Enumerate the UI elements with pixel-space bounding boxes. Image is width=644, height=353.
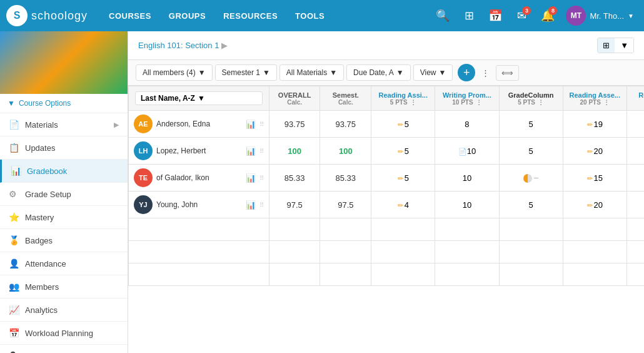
sidebar-item-workload-planning[interactable]: 📅 Workload Planning [0, 322, 128, 345]
grade-cell[interactable]: ✏20 [626, 138, 644, 165]
nav-items: COURSES GROUPS RESOURCES TOOLS [100, 0, 333, 31]
sidebar-item-conferences[interactable]: 🎥 Conferences [0, 345, 128, 353]
more-options-button[interactable]: ⋮ [478, 66, 493, 80]
apps-button[interactable]: ⊞ [457, 4, 481, 28]
reading-q-link[interactable]: Reading Q... [631, 91, 644, 99]
more-options-icon[interactable]: ⋮ [476, 99, 482, 106]
logo-icon: S [6, 5, 28, 26]
semester-filter[interactable]: Semester 1 ▼ [215, 64, 277, 81]
members-filter-label: All members (4) [143, 68, 196, 77]
pencil-icon: ✏ [398, 202, 403, 209]
table-row: AE Anderson, Edna 📊 ⠿ 93.7593.75✏585✏19✏… [129, 111, 645, 138]
chart-mini-icon: 📊 [246, 120, 256, 129]
sidebar-item-label: Attendance [25, 259, 66, 269]
grid-view-button[interactable]: ⊞ [598, 38, 615, 53]
alerts-button[interactable]: 🔔 8 [536, 4, 560, 28]
grade-cell[interactable]: 10 [435, 192, 499, 218]
sidebar-item-gradebook[interactable]: 📊 Gradebook [0, 160, 128, 183]
sidebar-item-label: Analytics [25, 305, 58, 315]
view-filter[interactable]: View ▼ [413, 64, 453, 81]
messages-button[interactable]: ✉ 3 [510, 4, 533, 28]
search-button[interactable]: 🔍 [431, 4, 455, 28]
writing-prom-pts: 10 PTS ⋮ [439, 99, 495, 106]
grade-cell[interactable]: ✏19 [626, 111, 644, 138]
reading-assign-link[interactable]: Reading Assi... [375, 91, 431, 99]
reading-asse-link[interactable]: Reading Asse... [567, 91, 623, 99]
table-row: YJ Young, John 📊 ⠿ 97.597.5✏4105✏20✏20 [129, 192, 645, 218]
sidebar-item-mastery[interactable]: ⭐ Mastery [0, 206, 128, 229]
sort-button[interactable]: Last Name, A-Z ▼ [135, 91, 263, 105]
chevron-down-icon: ▼ [263, 68, 270, 77]
chevron-down-icon: ▼ [330, 68, 337, 77]
nav-groups[interactable]: GROUPS [160, 0, 214, 31]
mastery-icon: ⭐ [9, 212, 20, 222]
pencil-icon: ✏ [587, 148, 593, 155]
grade-cell[interactable]: 📄10 [435, 138, 499, 165]
grade-cell[interactable]: – [499, 165, 563, 192]
grade-cell[interactable]: ✏5 [371, 111, 435, 138]
nav-resources[interactable]: RESOURCES [214, 0, 286, 31]
semester-grade: 93.75 [320, 111, 371, 138]
sidebar-item-analytics[interactable]: 📈 Analytics [0, 299, 128, 322]
grade-cell[interactable]: 5 [499, 192, 563, 218]
grade-cell[interactable]: ✏20 [563, 192, 626, 218]
more-options-icon[interactable]: ⋮ [538, 99, 544, 106]
more-options-icon[interactable]: ⋮ [603, 99, 610, 106]
sidebar-item-materials[interactable]: 📄 Materials ▶ [0, 113, 128, 136]
chevron-down-icon: ▼ [8, 99, 15, 108]
materials-filter[interactable]: All Materials ▼ [279, 64, 344, 81]
gradebook-icon: 📊 [11, 166, 22, 176]
sidebar-item-members[interactable]: 👥 Members [0, 275, 128, 299]
sidebar-item-label: Gradebook [27, 166, 67, 176]
sidebar-item-label: Mastery [25, 213, 54, 222]
add-column-button[interactable]: + [458, 64, 475, 81]
sidebar-item-attendance[interactable]: 👤 Attendance [0, 252, 128, 275]
more-options-icon[interactable]: ⋮ [410, 99, 416, 106]
empty-row [129, 241, 645, 263]
user-name: Mr. Tho... [590, 11, 624, 21]
grade-cell[interactable]: ✏19 [563, 111, 626, 138]
grade-column-label: GradeColumn [503, 91, 559, 99]
chart-mini-icon: 📊 [246, 146, 256, 156]
main-content: English 101: Section 1 ▶ ⊞ ▼ All members… [128, 31, 644, 353]
grade-cell[interactable]: ✏4 [371, 192, 435, 218]
overall-grade: 100 [269, 138, 320, 165]
grade-cell[interactable]: ✏5 [371, 138, 435, 165]
nav-tools[interactable]: TOOLS [286, 0, 333, 31]
sidebar-item-grade-setup[interactable]: ⚙ Grade Setup [0, 183, 128, 206]
student-name: Young, John [156, 200, 242, 209]
nav-courses[interactable]: COURSES [100, 0, 160, 31]
semester-grade: 97.5 [320, 192, 371, 218]
user-menu[interactable]: MT Mr. Tho... ▼ [562, 6, 638, 26]
grade-cell[interactable]: ✏20 [563, 138, 626, 165]
grade-cell[interactable]: ✏15 [563, 165, 626, 192]
badges-icon: 🏅 [9, 235, 20, 245]
reading-assign-pts: 5 PTS ⋮ [375, 99, 431, 106]
grade-cell[interactable]: 5 [499, 138, 563, 165]
breadcrumb-link[interactable]: English 101: Section 1 [138, 41, 219, 50]
sidebar-item-updates[interactable]: 📋 Updates [0, 136, 128, 160]
calendar-button[interactable]: 📅 [483, 4, 507, 28]
avatar: LH [134, 141, 153, 160]
sidebar-item-badges[interactable]: 🏅 Badges [0, 229, 128, 252]
chevron-down-icon: ▼ [198, 68, 206, 77]
student-name: Anderson, Edna [156, 120, 242, 128]
due-date-filter[interactable]: Due Date, A ▼ [346, 64, 411, 81]
doc-icon: 📄 [458, 148, 467, 155]
grade-cell[interactable]: 5 [499, 111, 563, 138]
members-filter[interactable]: All members (4) ▼ [136, 64, 213, 81]
course-options-header[interactable]: ▼ Course Options [0, 94, 128, 113]
empty-row [129, 218, 645, 241]
grade-cell[interactable]: 8 [435, 111, 499, 138]
grade-cell[interactable]: ✏20 [626, 192, 644, 218]
writing-prom-link[interactable]: Writing Prom... [439, 91, 495, 99]
pencil-icon: ✏ [587, 121, 593, 128]
grade-cell[interactable]: ✏15 [626, 165, 644, 192]
avatar: AE [134, 115, 153, 133]
student-name: of Galador, Ikon [156, 173, 242, 182]
grade-cell[interactable]: 10 [435, 165, 499, 192]
grade-cell[interactable]: ✏5 [371, 165, 435, 192]
logo[interactable]: S schoology [6, 5, 88, 26]
chevron-down-icon[interactable]: ▼ [615, 38, 633, 53]
expand-columns-button[interactable]: ⟺ [496, 65, 519, 81]
